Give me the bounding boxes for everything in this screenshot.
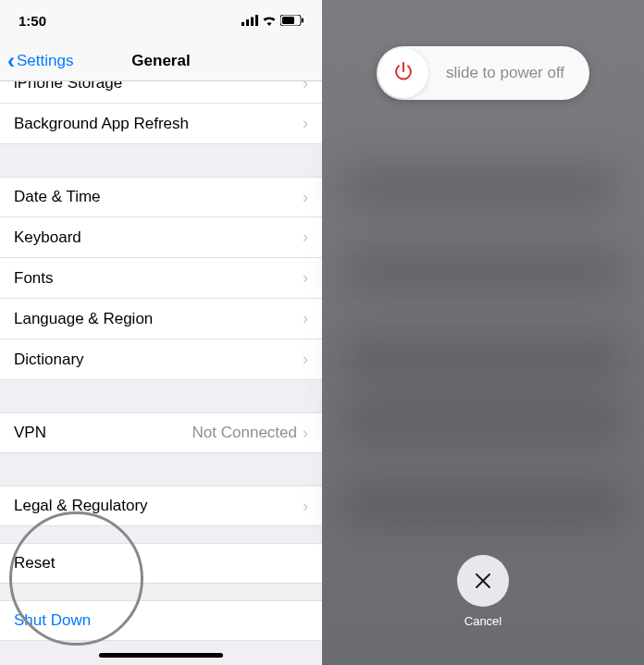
row-reset[interactable]: Reset <box>0 543 322 584</box>
back-label: Settings <box>17 52 73 70</box>
row-label: Reset <box>14 554 308 573</box>
row-label: Language & Region <box>14 310 303 328</box>
chevron-left-icon: ‹ <box>7 50 15 72</box>
status-icons <box>242 13 303 29</box>
wifi-icon <box>262 13 277 29</box>
settings-general-screen: 1:50 ‹ Settings General iPhone Storage ›… <box>0 0 322 665</box>
power-off-screen: slide to power off Cancel <box>322 0 644 665</box>
cancel-label: Cancel <box>464 614 502 628</box>
row-label: Background App Refresh <box>14 115 303 133</box>
row-label: Date & Time <box>14 188 303 206</box>
row-label: Dictionary <box>14 351 303 369</box>
row-dictionary[interactable]: Dictionary › <box>0 339 322 380</box>
power-off-text: slide to power off <box>428 64 589 82</box>
blurred-background <box>341 333 627 379</box>
row-label: Legal & Regulatory <box>14 497 303 515</box>
shut-down-label: Shut Down <box>14 611 308 630</box>
status-bar: 1:50 <box>0 0 322 41</box>
chevron-right-icon: › <box>303 228 308 247</box>
chevron-right-icon: › <box>303 424 308 443</box>
home-indicator[interactable] <box>99 653 223 658</box>
power-icon <box>392 60 415 86</box>
cancel-button[interactable]: Cancel <box>457 555 509 628</box>
battery-icon <box>280 13 303 29</box>
row-date-time[interactable]: Date & Time › <box>0 177 322 217</box>
power-off-knob[interactable] <box>378 48 428 98</box>
chevron-right-icon: › <box>303 268 308 288</box>
page-title: General <box>131 52 190 70</box>
svg-rect-5 <box>282 17 294 24</box>
row-language-region[interactable]: Language & Region › <box>0 299 322 339</box>
row-label: Keyboard <box>14 228 303 247</box>
row-fonts[interactable]: Fonts › <box>0 258 322 299</box>
blurred-background <box>341 250 627 291</box>
chevron-right-icon: › <box>303 497 308 516</box>
row-keyboard[interactable]: Keyboard › <box>0 217 322 258</box>
chevron-right-icon: › <box>303 309 308 328</box>
svg-rect-1 <box>246 19 249 26</box>
cellular-icon <box>242 13 258 29</box>
nav-bar: ‹ Settings General <box>0 41 322 81</box>
row-vpn[interactable]: VPN Not Connected › <box>0 413 322 453</box>
back-button[interactable]: ‹ Settings <box>7 50 73 72</box>
chevron-right-icon: › <box>303 188 308 207</box>
row-background-app-refresh[interactable]: Background App Refresh › <box>0 104 322 144</box>
svg-rect-3 <box>255 15 258 26</box>
blurred-background <box>341 481 627 527</box>
svg-rect-6 <box>302 18 303 22</box>
power-off-slider[interactable]: slide to power off <box>377 46 589 100</box>
chevron-right-icon: › <box>303 114 308 133</box>
row-label: VPN <box>14 424 192 442</box>
status-time: 1:50 <box>19 13 46 29</box>
row-label: Fonts <box>14 269 303 288</box>
chevron-right-icon: › <box>303 350 308 369</box>
row-shut-down[interactable]: Shut Down <box>0 600 322 641</box>
row-legal-regulatory[interactable]: Legal & Regulatory › <box>0 486 322 526</box>
blurred-background <box>341 166 618 208</box>
blurred-background <box>341 398 627 444</box>
svg-rect-0 <box>242 22 244 26</box>
close-icon <box>457 555 509 607</box>
svg-rect-2 <box>251 17 254 26</box>
row-value: Not Connected <box>192 424 297 442</box>
